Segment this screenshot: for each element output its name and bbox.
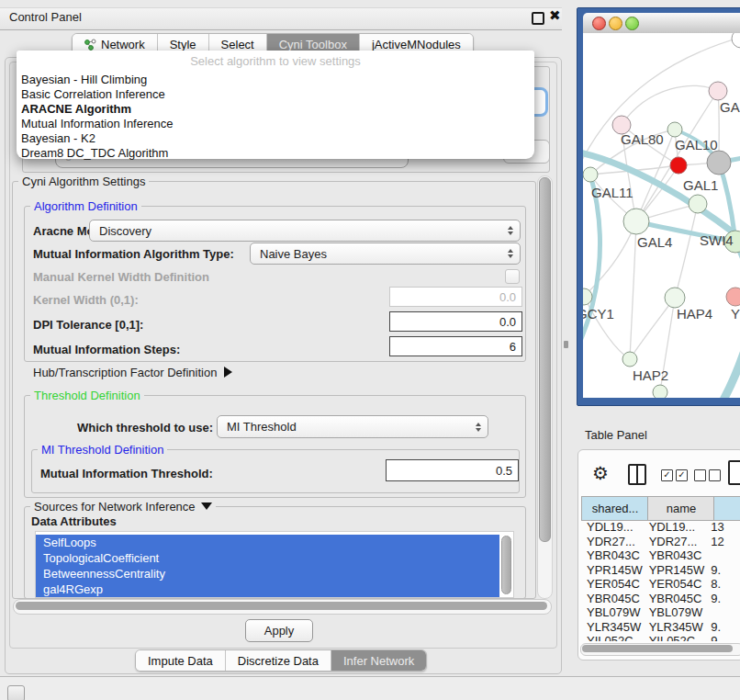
- network-node-hap4[interactable]: [665, 288, 685, 308]
- collapsed-panel-button[interactable]: [7, 685, 25, 700]
- network-edge[interactable]: [584, 221, 636, 297]
- table-column-header[interactable]: [713, 496, 740, 521]
- bottom-tab-infer-network[interactable]: Infer Network: [331, 650, 426, 671]
- network-node-gal4[interactable]: [623, 209, 649, 234]
- network-icon: [84, 39, 96, 51]
- network-node-gal1[interactable]: [689, 195, 707, 213]
- algorithm-dropdown-popup: Select algorithm to view settings Bayesi…: [17, 51, 534, 159]
- network-node-y[interactable]: [726, 288, 740, 306]
- zoom-window-icon[interactable]: [625, 17, 639, 30]
- bottom-tab-label: Discretize Data: [238, 654, 319, 668]
- bottom-tab-impute-data[interactable]: Impute Data: [136, 650, 226, 671]
- aracne-mode-value: Discovery: [99, 224, 151, 238]
- table-row[interactable]: YIL052CYIL052C9: [581, 634, 740, 641]
- expand-arrow-icon: [224, 367, 232, 378]
- new-column-icon[interactable]: [728, 460, 740, 485]
- mi-threshold-field[interactable]: 0.5: [386, 459, 519, 481]
- dpi-tolerance-field[interactable]: 0.0: [389, 311, 522, 332]
- attr-items: SelfLoopsTopologicalCoefficientBetweenne…: [36, 532, 513, 597]
- threshold-definition-label: Threshold Definition: [30, 389, 144, 402]
- mi-algorithm-type-combo[interactable]: Naive Bayes: [250, 243, 521, 265]
- minimize-window-icon[interactable]: [609, 17, 622, 30]
- network-node-label: HAP2: [633, 367, 668, 383]
- table-cell: [705, 548, 740, 563]
- attributes-scrollbar-thumb[interactable]: [501, 536, 511, 594]
- algorithm-option[interactable]: Basic Correlation Inference: [17, 87, 534, 102]
- float-panel-icon[interactable]: [532, 12, 544, 25]
- table-row[interactable]: YBL079WYBL079W: [581, 605, 740, 620]
- apply-button[interactable]: Apply: [245, 619, 313, 642]
- table-row[interactable]: YDL19...YDL19...13: [581, 520, 740, 535]
- table-row[interactable]: YER054CYER054C8.: [581, 577, 740, 592]
- splitter-handle[interactable]: [564, 341, 568, 348]
- deselect-all-rows-icon[interactable]: [694, 469, 721, 481]
- data-attribute-item[interactable]: BetweennessCentrality: [36, 566, 499, 581]
- select-all-rows-icon[interactable]: ✓ ✓: [661, 469, 688, 481]
- table-row[interactable]: YBR045CYBR045C9.: [581, 592, 740, 606]
- split-column-view-icon[interactable]: [628, 464, 646, 485]
- settings-scrollbar-thumb[interactable]: [539, 177, 551, 542]
- table-cell: YER054C: [581, 577, 644, 592]
- algorithm-option[interactable]: Bayesian - Hill Climbing: [17, 73, 534, 87]
- network-node-gal10[interactable]: [667, 122, 682, 137]
- network-edge[interactable]: [583, 175, 600, 355]
- data-attribute-item[interactable]: SelfLoops: [36, 535, 499, 550]
- mi-steps-field[interactable]: 6: [389, 336, 522, 356]
- bottom-tab-discretize-data[interactable]: Discretize Data: [226, 650, 331, 671]
- network-node-label: GAL: [720, 99, 740, 115]
- hub-definition-expander[interactable]: Hub/Transcription Factor Definition: [33, 366, 232, 379]
- table-cell: YER054C: [644, 577, 706, 592]
- popup-item-list: Bayesian - Hill ClimbingBasic Correlatio…: [17, 73, 534, 161]
- data-attribute-item[interactable]: gal4RGexp: [36, 581, 499, 597]
- network-edge[interactable]: [675, 204, 698, 298]
- bottom-tab-label: Infer Network: [343, 654, 414, 668]
- table-cell: 8.: [705, 577, 740, 592]
- algorithm-option[interactable]: Mutual Information Inference: [17, 117, 534, 131]
- table-row[interactable]: YDR27...YDR27...12: [581, 535, 740, 549]
- table-row[interactable]: YBR043CYBR043C: [581, 548, 740, 563]
- apply-button-label: Apply: [264, 624, 295, 638]
- table-cell: [705, 605, 740, 620]
- close-window-icon[interactable]: [592, 17, 606, 30]
- data-attribute-item[interactable]: TopologicalCoefficient: [36, 550, 499, 566]
- collapse-arrow-icon: [201, 502, 212, 510]
- table-cell: YBR045C: [644, 592, 706, 606]
- network-window-titlebar[interactable]: [583, 13, 740, 34]
- data-attributes-label: Data Attributes: [31, 514, 117, 528]
- close-panel-icon[interactable]: ✖: [549, 8, 561, 22]
- algorithm-option[interactable]: Dream8 DC_TDC Algorithm: [17, 146, 534, 161]
- settings-hscrollbar-thumb[interactable]: [16, 602, 547, 610]
- network-node[interactable]: [707, 151, 731, 175]
- network-node-hap2[interactable]: [622, 352, 637, 367]
- network-node-label: GAL10: [675, 137, 718, 152]
- manual-kernel-width-checkbox[interactable]: [505, 269, 520, 284]
- kernel-width-field[interactable]: 0.0: [389, 287, 522, 307]
- table-column-header[interactable]: shared...: [581, 496, 648, 521]
- table-row[interactable]: YLR345WYLR345W9.: [581, 620, 740, 635]
- network-node-gal11[interactable]: [583, 167, 598, 182]
- table-hscrollbar-thumb[interactable]: [582, 645, 733, 652]
- sources-group-label[interactable]: Sources for Network Inference: [30, 500, 216, 514]
- network-node-gal[interactable]: [709, 82, 727, 100]
- spinner-arrows-icon: [508, 226, 513, 235]
- network-edge[interactable]: [630, 221, 636, 359]
- data-attributes-list: SelfLoopsTopologicalCoefficientBetweenne…: [35, 531, 514, 598]
- mi-threshold-value: 0.5: [496, 464, 512, 478]
- algorithm-option[interactable]: ARACNE Algorithm: [17, 102, 534, 117]
- table-column-header[interactable]: name: [647, 496, 714, 521]
- algorithm-option[interactable]: Bayesian - K2: [17, 131, 534, 146]
- table-row[interactable]: YPR145WYPR145W9.: [581, 563, 740, 578]
- aracne-mode-combo[interactable]: Discovery: [89, 220, 521, 242]
- settings-gear-icon[interactable]: ⚙: [592, 462, 609, 484]
- network-node[interactable]: [653, 385, 667, 398]
- screen: Control Panel ✖ NetworkStyleSelectCyni T…: [0, 0, 740, 700]
- dpi-tolerance-value: 0.0: [499, 315, 516, 329]
- network-canvas[interactable]: GALGAL80GAL10GAL1GAL11GAL4SWI4GCY1HAP4YH…: [583, 33, 740, 398]
- table-cell: YDR27...: [644, 535, 706, 549]
- network-node[interactable]: [732, 33, 740, 48]
- network-node[interactable]: [670, 157, 687, 174]
- table-panel-title: Table Panel: [585, 428, 647, 442]
- which-threshold-combo[interactable]: MI Threshold: [217, 415, 488, 438]
- network-edge[interactable]: [710, 313, 740, 398]
- network-edge[interactable]: [630, 298, 675, 359]
